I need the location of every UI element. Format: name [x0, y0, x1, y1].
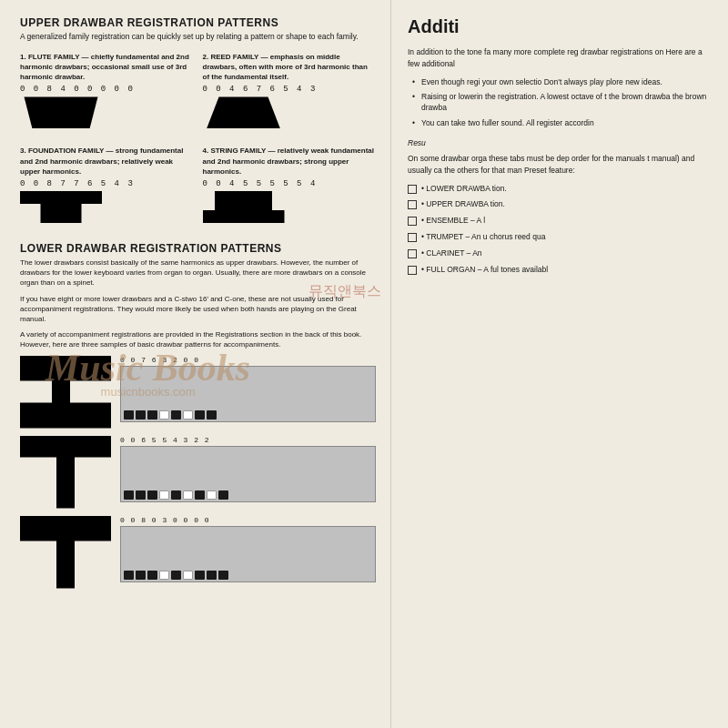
checkbox-list: • LOWER DRAWBA tion. • UPPER DRAWBA tion…: [408, 184, 713, 276]
lower-nums-2: 0 0 6 5 5 4 3 2 2: [120, 436, 376, 444]
checkbox-ensemble[interactable]: [408, 217, 417, 226]
left-column: UPPER DRAWBAR REGISTRATION PATTERNS A ge…: [0, 0, 391, 728]
reed-numbers: 0 0 4 6 7 6 5 4 3: [203, 85, 377, 94]
lower-drawbar-vis-2: 0 0 6 5 5 4 3 2 2: [120, 436, 376, 502]
right-bullet-list: Even though regi your own selectio Don't…: [408, 77, 713, 130]
lower-shape-1: [20, 356, 111, 429]
lower-drawbar-vis-1: 0 0 7 6 3 2 0 0: [120, 356, 376, 422]
lower-row-1: 0 0 7 6 3 2 0 0: [20, 356, 376, 429]
lower-nums-1: 0 0 7 6 3 2 0 0: [120, 356, 376, 364]
checkbox-item-full-organ: • FULL ORGAN – A ful tones availabl: [408, 265, 713, 276]
lower-drawbar-vis-3: 0 0 8 0 3 0 0 0 0: [120, 516, 376, 582]
checkbox-item-upper-drawbar: • UPPER DRAWBA tion.: [408, 199, 713, 210]
lower-nums-3: 0 0 8 0 3 0 0 0 0: [120, 516, 376, 524]
pattern-foundation: 3. FOUNDATION FAMILY — strong fundamenta…: [20, 146, 194, 231]
string-numbers: 0 0 4 5 5 5 5 5 4: [203, 179, 377, 188]
foundation-shape: [20, 191, 102, 228]
string-label: 4. STRING FAMILY — relatively weak funda…: [203, 146, 377, 177]
reed-shape: [203, 96, 285, 133]
checkbox-clarinet[interactable]: [408, 249, 417, 258]
right-lower-text: On some drawbar orga these tabs must be …: [408, 153, 713, 177]
lower-row-3: 0 0 8 0 3 0 0 0 0: [20, 516, 376, 589]
drawbar-graphic-1: [120, 366, 376, 422]
checkbox-item-lower-drawbar: • LOWER DRAWBA tion.: [408, 184, 713, 195]
string-diagram: [203, 191, 285, 223]
pattern-flute: 1. FLUTE FAMILY — chiefly fundamental an…: [20, 52, 194, 137]
bullet-2: Raising or lowerin the registration. A l…: [412, 92, 713, 114]
lower-intro2: If you have eight or more lower drawbars…: [20, 294, 376, 325]
right-column: Additi In addition to the tone fa many m…: [391, 0, 728, 728]
lower-shape-3: [20, 516, 111, 589]
lower-intro1: The lower drawbars consist basically of …: [20, 258, 376, 288]
checkbox-item-ensemble: • ENSEMBLE – A l: [408, 216, 713, 227]
drawbar-graphic-2: [120, 446, 376, 502]
foundation-label: 3. FOUNDATION FAMILY — strong fundamenta…: [20, 146, 194, 177]
lower-intro3: A variety of accompaniment registrations…: [20, 329, 376, 349]
lower-row-2: 0 0 6 5 5 4 3 2 2: [20, 436, 376, 509]
checkbox-full-organ[interactable]: [408, 266, 417, 275]
upper-title: UPPER DRAWBAR REGISTRATION PATTERNS: [20, 16, 376, 29]
checkbox-trumpet[interactable]: [408, 233, 417, 242]
right-intro: In addition to the tone fa many more com…: [408, 46, 713, 70]
right-title: Additi: [408, 16, 713, 37]
bullet-1: Even though regi your own selectio Don't…: [412, 77, 713, 88]
bullet-3: You can take two fuller sound. All regis…: [412, 118, 713, 129]
upper-intro: A generalized family registration can be…: [20, 32, 376, 43]
patterns-grid: 1. FLUTE FAMILY — chiefly fundamental an…: [20, 52, 376, 231]
flute-shape: [20, 96, 102, 133]
flute-label: 1. FLUTE FAMILY — chiefly fundamental an…: [20, 52, 194, 83]
foundation-numbers: 0 0 8 7 7 6 5 4 3: [20, 179, 194, 188]
checkbox-item-clarinet: • CLARINET – An: [408, 248, 713, 259]
reed-label: 2. REED FAMILY — emphasis on middle draw…: [203, 52, 377, 83]
pattern-reed: 2. REED FAMILY — emphasis on middle draw…: [203, 52, 377, 137]
lower-patterns: 0 0 7 6 3 2 0 0: [20, 356, 376, 589]
checkbox-upper-drawbar[interactable]: [408, 200, 417, 209]
foundation-diagram: [20, 191, 102, 223]
flute-numbers: 0 0 8 4 0 0 0 0 0: [20, 85, 194, 94]
pattern-string: 4. STRING FAMILY — relatively weak funda…: [203, 146, 377, 231]
result-label: Resu: [408, 138, 713, 147]
string-shape: [203, 191, 285, 228]
lower-title: LOWER DRAWBAR REGISTRATION PATTERNS: [20, 242, 376, 255]
checkbox-lower-drawbar[interactable]: [408, 185, 417, 194]
reed-diagram: [203, 96, 285, 128]
flute-diagram: [20, 96, 102, 128]
page-container: UPPER DRAWBAR REGISTRATION PATTERNS A ge…: [0, 0, 728, 728]
lower-shape-2: [20, 436, 111, 509]
checkbox-item-trumpet: • TRUMPET – An u chorus reed qua: [408, 232, 713, 243]
drawbar-graphic-3: [120, 526, 376, 582]
lower-section: LOWER DRAWBAR REGISTRATION PATTERNS The …: [20, 242, 376, 589]
